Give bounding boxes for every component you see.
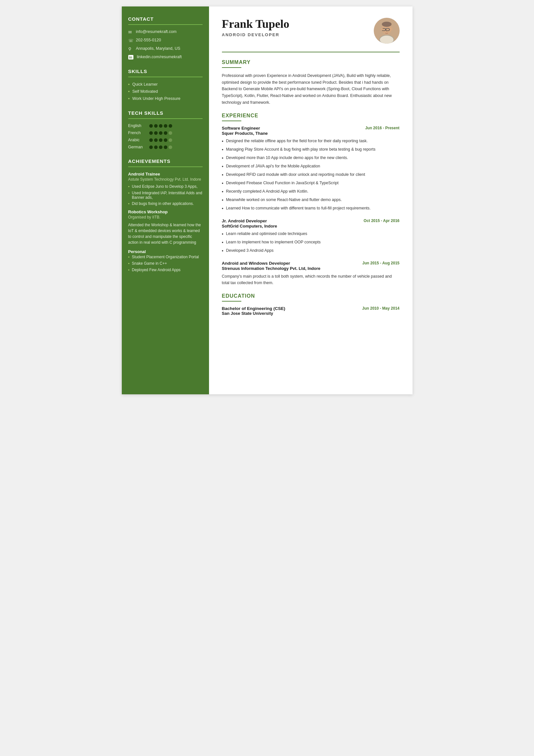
achievement-item: Student Placement Organization Portal (128, 255, 203, 259)
achievement-item: Snake Game in C++ (128, 261, 203, 266)
linkedin-text: linkedin.com/resumekraft (137, 55, 182, 59)
summary-title: SUMMARY (222, 60, 400, 65)
edu-date: Jun 2010 - May 2014 (362, 306, 399, 310)
exp-date-2: Oct 2015 - Apr 2016 (364, 219, 400, 223)
exp-list-item: Managing Play Store Account & bug fixing… (222, 147, 400, 153)
tech-skill-french: French (128, 131, 203, 135)
education-title: EDUCATION (222, 293, 400, 299)
dots-german (149, 146, 172, 149)
tech-skill-label-german: German (128, 145, 149, 149)
exp-list-item: Meanwhile worked on some React-Native an… (222, 197, 400, 203)
experience-section: EXPERIENCE Software Engineer Jun 2016 - … (222, 113, 400, 286)
exp-list-item: Learn to implement how to implement OOP … (222, 239, 400, 246)
experience-divider (222, 121, 241, 121)
dot (149, 131, 153, 135)
header-divider (222, 52, 400, 52)
dot (149, 138, 153, 142)
achievement-group-1: Android Trainee Astute System Technology… (128, 172, 203, 206)
exp-list-item: Learn reliable and optimised code techni… (222, 231, 400, 237)
tech-skill-german: German (128, 145, 203, 149)
contact-phone: ☏ 202-555-0120 (128, 38, 203, 43)
contact-divider (128, 24, 203, 25)
dots-french (149, 131, 172, 135)
phone-icon: ☏ (128, 38, 134, 43)
main-content: Frank Tupelo ANDROID DEVELOPER (209, 7, 413, 394)
dot (164, 124, 167, 128)
dot (159, 131, 163, 135)
location-icon: ⚲ (128, 46, 134, 51)
dot (164, 146, 167, 149)
dot (159, 138, 163, 142)
skills-section: SKILLS Quick Learner Self Motivated Work… (128, 68, 203, 101)
achievement-group2-subtitle: Organised by IITB. (128, 215, 203, 220)
dot (154, 146, 158, 149)
exp-list-2: Learn reliable and optimised code techni… (222, 231, 400, 255)
dot (159, 146, 163, 149)
skills-list: Quick Learner Self Motivated Work Under … (128, 82, 203, 101)
exp-list-item: Developed more than 10 App include demo … (222, 155, 400, 162)
tech-skill-label-french: French (128, 131, 149, 135)
edu-school: San Jose State University (222, 311, 286, 316)
exp-list-item: Recently completed A Android App with Ko… (222, 188, 400, 195)
tech-skill-label-english: English (128, 123, 149, 128)
edu-details: Bachelor of Engineering (CSE) San Jose S… (222, 306, 286, 316)
svg-point-4 (382, 22, 392, 27)
location-text: Annapolis, Maryland, US (136, 46, 181, 51)
achievement-item: Deployed Few Android Apps (128, 268, 203, 273)
resume-container: CONTACT ✉ info@resumekraft.com ☏ 202-555… (122, 7, 413, 394)
svg-point-10 (386, 31, 387, 32)
exp-header-1: Software Engineer Jun 2016 - Present (222, 126, 400, 131)
dot (154, 131, 158, 135)
header-title: ANDROID DEVELOPER (222, 32, 290, 37)
achievement-group-3: Personal Student Placement Organization … (128, 249, 203, 273)
exp-company-1: Squer Products, Thane (222, 131, 400, 136)
tech-skills-section: TECH SKILLS English French (128, 110, 203, 149)
exp-header-2: Jr. Android Developer Oct 2015 - Apr 201… (222, 219, 400, 223)
exp-title-3: Android and Windows Developer (222, 261, 290, 266)
achievement-group2-title: Robotics Workshop (128, 209, 203, 214)
dot (169, 124, 172, 128)
exp-header-3: Android and Windows Developer Jun 2015 -… (222, 261, 400, 266)
avatar (374, 18, 400, 44)
dots-arabic (149, 138, 172, 142)
exp-list-item: Developed 3 Android Apps (222, 248, 400, 255)
tech-skill-arabic: Arabic (128, 138, 203, 142)
skill-item: Work Under High Pressure (128, 96, 203, 101)
exp-item-2: Jr. Android Developer Oct 2015 - Apr 201… (222, 219, 400, 255)
exp-company-2: SoftGrid Computers, Indore (222, 224, 400, 229)
linkedin-icon: in (128, 55, 134, 60)
phone-text: 202-555-0120 (136, 38, 161, 42)
dot (154, 124, 158, 128)
tech-skills-title: TECH SKILLS (128, 110, 203, 116)
achievement-group3-list: Student Placement Organization Portal Sn… (128, 255, 203, 273)
svg-point-12 (391, 28, 393, 30)
education-section: EDUCATION Bachelor of Engineering (CSE) … (222, 293, 400, 316)
skill-item: Self Motivated (128, 89, 203, 94)
dot (164, 138, 167, 142)
achievements-section: ACHIEVEMENTS Android Trainee Astute Syst… (128, 158, 203, 273)
exp-company-3: Strenuus Information Technology Pvt. Ltd… (222, 266, 400, 271)
achievement-group3-title: Personal (128, 249, 203, 254)
contact-email: ✉ info@resumekraft.com (128, 29, 203, 35)
exp-date-1: Jun 2016 - Present (365, 126, 399, 130)
summary-divider (222, 67, 241, 68)
header-name: Frank Tupelo (222, 18, 290, 31)
dot (154, 138, 158, 142)
email-icon: ✉ (128, 30, 134, 35)
achievement-item: Did bugs fixing in other applications. (128, 202, 203, 206)
exp-list-1: Designed the reliable offline apps for t… (222, 138, 400, 212)
exp-list-item: Developed Firebase Cloud Function in Jav… (222, 180, 400, 187)
exp-item-1: Software Engineer Jun 2016 - Present Squ… (222, 126, 400, 212)
tech-skill-english: English (128, 123, 203, 128)
dot (149, 146, 153, 149)
edu-item-1: Bachelor of Engineering (CSE) San Jose S… (222, 306, 400, 316)
tech-skills-divider (128, 118, 203, 119)
avatar-image (374, 18, 400, 44)
exp-list-item: Designed the reliable offline apps for t… (222, 138, 400, 145)
dot-empty (169, 138, 172, 142)
header: Frank Tupelo ANDROID DEVELOPER (222, 18, 400, 44)
svg-point-11 (381, 28, 383, 30)
dots-english (149, 124, 172, 128)
achievement-group2-text: Attended the Workshop & learned how the … (128, 222, 203, 245)
skills-divider (128, 77, 203, 77)
